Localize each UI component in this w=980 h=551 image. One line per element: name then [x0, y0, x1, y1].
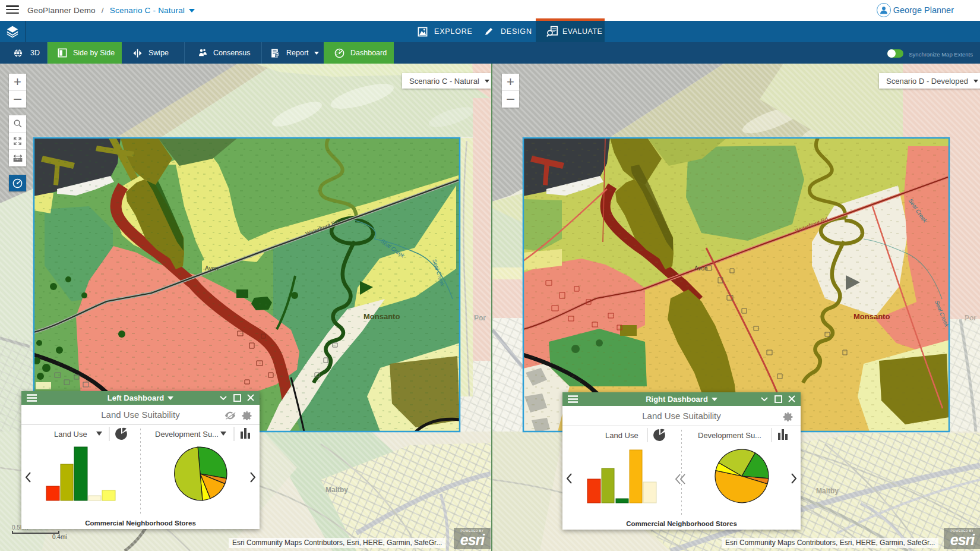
svg-text:Avon: Avon — [205, 265, 219, 272]
svg-text:Avon: Avon — [694, 265, 708, 272]
svg-text:Development Su...: Development Su... — [155, 430, 219, 439]
svg-text:Land Use: Land Use — [605, 431, 638, 440]
svg-text:Monsanto: Monsanto — [853, 312, 890, 321]
svg-text:Land Use: Land Use — [54, 430, 87, 439]
svg-text:Monsanto: Monsanto — [363, 312, 400, 321]
svg-text:Development Su...: Development Su... — [698, 431, 761, 440]
